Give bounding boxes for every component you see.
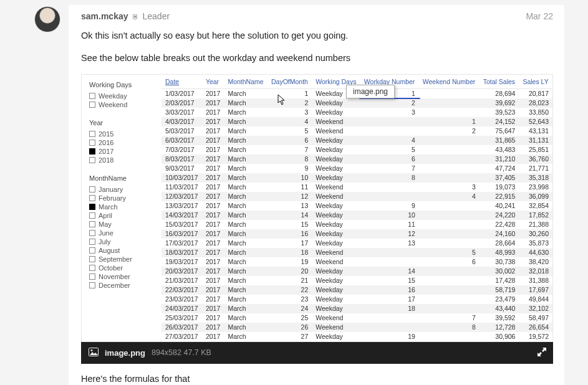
table-row[interactable]: 19/03/20172017March19Weekend630,73838,42… <box>161 257 552 267</box>
checkbox-icon[interactable] <box>89 186 95 192</box>
table-cell: 1 <box>267 88 312 98</box>
slicer-month-item[interactable]: December <box>89 282 157 290</box>
slicer-month-item[interactable]: January <box>89 186 157 194</box>
checkbox-icon[interactable] <box>89 212 95 219</box>
column-header[interactable]: Sales LY <box>519 75 552 89</box>
table-row[interactable]: 12/03/20172017March12Weekend422,91536,09… <box>161 192 552 201</box>
checkbox-icon[interactable] <box>89 256 95 262</box>
checkbox-icon[interactable] <box>89 157 95 163</box>
slicer-month-item[interactable]: May <box>89 221 157 229</box>
table-row[interactable]: 2/03/20172017March2Weekday239,69228,023 <box>161 98 552 108</box>
slicer-month-item[interactable]: August <box>89 247 157 255</box>
checkbox-icon[interactable] <box>89 148 95 154</box>
table-cell <box>419 98 480 108</box>
table-row[interactable]: 9/03/20172017March9Weekday747,72421,771 <box>161 164 552 173</box>
post-paragraph: Ok this isn't actually so easy but here … <box>81 29 553 42</box>
table-cell: 38,420 <box>519 257 552 267</box>
column-header[interactable]: Year <box>202 75 224 89</box>
table-row[interactable]: 8/03/20172017March8Weekday631,21036,760 <box>161 154 552 164</box>
table-cell: Weekday <box>312 276 360 285</box>
slicer-month: MonthName JanuaryFebruaryMarchAprilMayJu… <box>89 174 157 290</box>
table-cell: 17/03/2017 <box>161 239 202 248</box>
column-header[interactable]: Total Sales <box>480 75 519 89</box>
slicer-month-item[interactable]: October <box>89 264 157 272</box>
table-row[interactable]: 3/03/20172017March3Weekday339,52333,850 <box>161 108 552 117</box>
slicer-year: Year 2015201620172018 <box>89 119 157 164</box>
slicer-year-item[interactable]: 2017 <box>89 148 157 156</box>
table-row[interactable]: 25/03/20172017March25Weekend739,59258,49… <box>161 313 552 323</box>
checkbox-icon[interactable] <box>89 221 95 227</box>
slicer-year-item[interactable]: 2018 <box>89 156 157 164</box>
post-date: Mar 22 <box>526 11 553 21</box>
table-cell: 31,131 <box>519 136 552 145</box>
slicer-month-item[interactable]: November <box>89 273 157 281</box>
slicer-month-item[interactable]: June <box>89 229 157 237</box>
table-cell <box>419 295 480 304</box>
slicer-year-item[interactable]: 2015 <box>89 130 157 138</box>
table-row[interactable]: 14/03/20172017March14Weekday1024,22017,8… <box>161 211 552 220</box>
table-cell: 20/03/2017 <box>161 267 202 276</box>
table-row[interactable]: 7/03/20172017March7Weekday543,48325,851 <box>161 145 552 154</box>
table-row[interactable]: 17/03/20172017March17Weekday1328,66435,8… <box>161 239 552 248</box>
checkbox-icon[interactable] <box>89 273 95 280</box>
checkbox-icon[interactable] <box>89 247 95 254</box>
checkbox-icon[interactable] <box>89 239 95 245</box>
table-cell: 32,018 <box>519 267 552 276</box>
slicer-month-item[interactable]: March <box>89 203 157 211</box>
slicer-working-days-item[interactable]: Weekend <box>89 101 157 109</box>
table-row[interactable]: 20/03/20172017March20Weekday1430,00232,0… <box>161 267 552 276</box>
slicer-item-label: 2015 <box>99 130 113 138</box>
slicer-month-item[interactable]: July <box>89 238 157 246</box>
slicer-working-days-item[interactable]: Weekday <box>89 92 157 100</box>
image-attachment-bar[interactable]: image.png 894x582 47.7 KB <box>81 342 553 364</box>
checkbox-icon[interactable] <box>89 131 95 137</box>
slicer-item-label: January <box>99 186 123 194</box>
slicer-month-item[interactable]: February <box>89 194 157 202</box>
slicer-month-item[interactable]: September <box>89 255 157 264</box>
avatar[interactable] <box>34 6 60 32</box>
table-row[interactable]: 5/03/20172017March5Weekend275,64743,131 <box>161 126 552 136</box>
table-row[interactable]: 11/03/20172017March11Weekend319,07323,99… <box>161 183 552 192</box>
post-username[interactable]: sam.mckay <box>81 11 128 21</box>
table-row[interactable]: 6/03/20172017March6Weekday431,86531,131 <box>161 136 552 145</box>
table-row[interactable]: 21/03/20172017March21Weekday1517,42831,3… <box>161 276 552 285</box>
checkbox-icon[interactable] <box>89 230 95 236</box>
post-header: sam.mckay ⛨ Leader Mar 22 <box>81 11 553 21</box>
checkbox-icon[interactable] <box>89 102 95 108</box>
column-header[interactable]: Date <box>161 75 202 89</box>
table-row[interactable]: 26/03/20172017March26Weekend812,72826,65… <box>161 323 552 332</box>
checkbox-icon[interactable] <box>89 93 95 99</box>
table-cell: March <box>224 154 267 164</box>
table-row[interactable]: 27/03/20172017March27Weekday1930,90619,5… <box>161 332 552 341</box>
table-row[interactable]: 24/03/20172017March24Weekday1843,44032,1… <box>161 304 552 313</box>
checkbox-icon[interactable] <box>89 265 95 271</box>
table-row[interactable]: 22/03/20172017March22Weekday1658,71917,6… <box>161 285 552 295</box>
table-cell <box>419 145 480 154</box>
column-header[interactable]: MonthName <box>224 75 267 89</box>
table-cell: 1/03/2017 <box>161 88 202 98</box>
checkbox-icon[interactable] <box>89 282 95 288</box>
column-header[interactable]: DayOfMonth <box>267 75 312 89</box>
table-cell: 21,388 <box>519 220 552 229</box>
table-cell: 2017 <box>202 154 224 164</box>
table-row[interactable]: 10/03/20172017March10Weekday837,40535,31… <box>161 173 552 183</box>
table-cell: 8 <box>267 154 312 164</box>
slicer-year-item[interactable]: 2016 <box>89 139 157 147</box>
table-cell <box>360 313 419 323</box>
table-row[interactable]: 4/03/20172017March4Weekend124,15252,643 <box>161 117 552 126</box>
table-row[interactable]: 13/03/20172017March13Weekday940,24132,85… <box>161 201 552 211</box>
checkbox-icon[interactable] <box>89 204 95 210</box>
table-row[interactable]: 15/03/20172017March15Weekday1122,42821,3… <box>161 220 552 229</box>
expand-icon[interactable] <box>537 347 547 357</box>
post-paragraph: Here's the formulas for that <box>81 374 553 384</box>
table-row[interactable]: 16/03/20172017March16Weekday1224,16030,2… <box>161 229 552 239</box>
checkbox-icon[interactable] <box>89 195 95 201</box>
table-row[interactable]: 18/03/20172017March18Weekend548,99344,63… <box>161 248 552 257</box>
table-cell: 58,497 <box>519 313 552 323</box>
table-cell <box>419 285 480 295</box>
column-header[interactable]: Weekend Number <box>419 75 480 89</box>
table-cell: 19 <box>360 332 419 341</box>
table-row[interactable]: 23/03/20172017March23Weekday1723,47949,8… <box>161 295 552 304</box>
checkbox-icon[interactable] <box>89 140 95 146</box>
slicer-month-item[interactable]: April <box>89 212 157 220</box>
